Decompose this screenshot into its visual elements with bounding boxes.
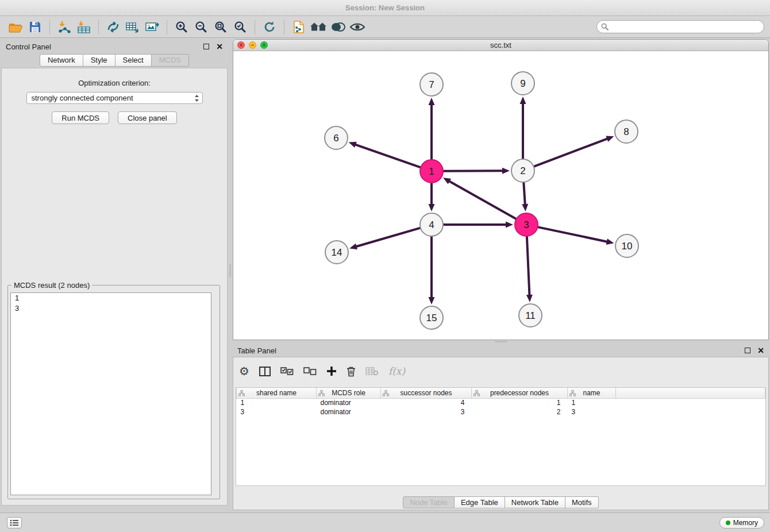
float-table-panel-icon[interactable] <box>745 348 750 353</box>
column-header-successor-nodes[interactable]: successor nodes <box>381 388 472 398</box>
search-input[interactable] <box>611 21 764 32</box>
magnifier-check-icon <box>234 21 247 33</box>
close-panel-icon[interactable]: ✕ <box>216 43 223 51</box>
table-cell[interactable]: dominator <box>317 398 381 407</box>
add-column-icon[interactable] <box>326 366 337 376</box>
share-document-icon[interactable] <box>289 18 309 36</box>
import-table-glyph-icon <box>76 20 91 34</box>
search-box[interactable] <box>596 20 764 33</box>
tab-select[interactable]: Select <box>116 54 152 67</box>
minimize-glyph: − <box>251 43 255 48</box>
new-network-icon[interactable] <box>103 18 123 36</box>
maximize-window-button[interactable]: + <box>260 41 268 49</box>
zoom-selected-icon[interactable] <box>230 18 250 36</box>
network-canvas[interactable]: 7968124314101511 <box>233 51 768 340</box>
edge-2-3[interactable] <box>523 183 525 206</box>
table-cell[interactable]: 3 <box>381 407 472 417</box>
criterion-dropdown[interactable]: strongly connected component <box>26 92 203 104</box>
edge-3-11[interactable] <box>527 237 530 296</box>
close-window-button[interactable]: × <box>237 41 245 49</box>
window-title: Session: New Session <box>345 3 425 12</box>
toolbar-separator <box>255 20 255 34</box>
memory-label: Memory <box>733 519 758 527</box>
list-icon <box>10 519 19 526</box>
toolbar-separator <box>98 20 99 34</box>
table-cell[interactable]: 1 <box>568 398 616 407</box>
table-row[interactable]: 3dominator323 <box>237 407 765 417</box>
checked-boxes-icon <box>280 367 294 376</box>
network-window-titlebar[interactable]: × − + scc.txt <box>233 40 768 51</box>
table-cell[interactable]: 4 <box>381 398 472 407</box>
node-table-header-row: shared nameMCDS rolesuccessor nodesprede… <box>237 388 765 398</box>
edge-4-14[interactable] <box>355 228 420 247</box>
column-header-shared-name[interactable]: shared name <box>237 388 317 398</box>
vertical-splitter[interactable] <box>228 39 233 506</box>
edge-arrowhead <box>349 244 357 250</box>
table-row[interactable]: 1dominator411 <box>237 398 765 407</box>
result-item[interactable]: 3 <box>11 303 211 314</box>
tab-mcds[interactable]: MCDS <box>152 54 189 67</box>
table-cell[interactable]: dominator <box>317 407 381 417</box>
delete-column-icon[interactable] <box>346 366 356 377</box>
magnifier-plus-icon <box>175 21 188 33</box>
import-network-icon[interactable] <box>55 18 74 36</box>
delete-table-icon[interactable] <box>365 367 379 376</box>
table-cell[interactable]: 3 <box>237 407 317 417</box>
home-network-icon[interactable] <box>309 18 328 36</box>
edge-1-6[interactable] <box>354 144 420 167</box>
graph-node-label-14: 14 <box>332 247 342 258</box>
edge-2-8[interactable] <box>534 138 609 167</box>
save-session-icon[interactable] <box>25 18 45 36</box>
select-all-rows-icon[interactable] <box>280 367 294 376</box>
tab-motifs[interactable]: Motifs <box>565 496 599 508</box>
tab-node-table[interactable]: Node Table <box>403 496 455 508</box>
table-cell[interactable]: 1 <box>472 398 568 407</box>
edge-3-10[interactable] <box>538 227 609 242</box>
result-item[interactable]: 1 <box>11 293 211 303</box>
tab-style[interactable]: Style <box>83 54 116 67</box>
network-from-selection-icon[interactable] <box>123 18 143 36</box>
edge-arrowhead <box>526 295 533 302</box>
tab-edge-table[interactable]: Edge Table <box>455 496 505 508</box>
status-menu-button[interactable] <box>7 517 22 529</box>
minimize-window-button[interactable]: − <box>249 41 256 49</box>
fit-content-icon[interactable] <box>211 18 230 36</box>
edge-3-1[interactable] <box>448 180 516 218</box>
show-hide-eye-icon[interactable] <box>348 18 367 36</box>
style-venn-icon[interactable] <box>328 18 348 36</box>
edge-1-2[interactable] <box>444 171 504 171</box>
graph-node-label-11: 11 <box>525 310 536 321</box>
table-settings-gear-icon[interactable]: ⚙ <box>239 365 249 377</box>
zoom-out-icon[interactable] <box>191 18 211 36</box>
column-header-name[interactable]: name <box>568 388 616 398</box>
float-panel-icon[interactable] <box>203 44 209 49</box>
memory-button[interactable]: Memory <box>719 517 764 529</box>
edge-arrowhead <box>429 98 435 105</box>
tab-network-table[interactable]: Network Table <box>505 496 565 508</box>
column-layout-icon[interactable] <box>259 367 271 376</box>
zoom-in-icon[interactable] <box>172 18 191 36</box>
import-table-icon[interactable] <box>74 18 94 36</box>
two-houses-icon <box>310 21 327 33</box>
open-session-icon[interactable] <box>6 18 25 36</box>
function-builder-icon[interactable]: f(x) <box>388 365 405 377</box>
toolbar-separator <box>167 20 167 34</box>
control-panel-title: Control Panel <box>6 43 51 51</box>
export-image-icon[interactable] <box>143 18 162 36</box>
close-panel-button[interactable]: Close panel <box>118 111 177 124</box>
deselect-all-rows-icon[interactable] <box>303 367 317 376</box>
table-cell[interactable]: 1 <box>237 398 317 407</box>
column-header-predecessor-nodes[interactable]: predecessor nodes <box>472 388 568 398</box>
table-cell[interactable]: 3 <box>568 407 616 417</box>
close-table-panel-icon[interactable]: ✕ <box>757 346 764 354</box>
table-cell[interactable]: 2 <box>472 407 568 417</box>
mcds-result-list[interactable]: 13 <box>10 292 211 495</box>
folder-open-icon <box>8 21 23 33</box>
venn-icon <box>330 21 345 33</box>
column-header-mcds-role[interactable]: MCDS role <box>317 388 381 398</box>
tab-network[interactable]: Network <box>40 54 83 67</box>
network-graph[interactable]: 7968124314101511 <box>233 51 768 340</box>
refresh-view-icon[interactable] <box>260 18 279 36</box>
table-panel: Table Panel ✕ ⚙ <box>233 343 769 510</box>
run-mcds-button[interactable]: Run MCDS <box>52 111 109 124</box>
